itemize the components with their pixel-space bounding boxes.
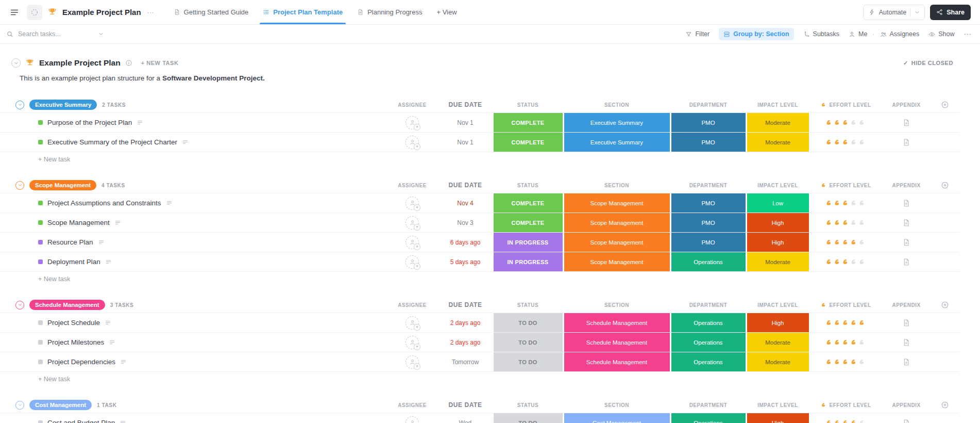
column-header-effort-level[interactable]: EFFORT LEVEL (809, 177, 882, 193)
subtasks-button[interactable]: Subtasks (803, 30, 839, 38)
task-name[interactable]: Project Dependencies (47, 358, 115, 366)
appendix-document-icon[interactable] (902, 358, 910, 366)
appendix-document-icon[interactable] (902, 338, 910, 347)
task-name[interactable]: Cost and Budget Plan (47, 419, 115, 423)
tab-getting-started-guide[interactable]: Getting Started Guide (166, 0, 256, 24)
task-name[interactable]: Resource Plan (47, 238, 93, 246)
section-chip[interactable]: Executive Summary (564, 113, 670, 132)
status-chip[interactable]: TO DO (494, 333, 563, 352)
appendix-document-icon[interactable] (902, 119, 910, 127)
due-date[interactable]: 2 days ago (438, 333, 493, 352)
project-more-button[interactable]: ··· (147, 8, 154, 16)
section-chip[interactable]: Executive Summary (564, 133, 670, 152)
task-name[interactable]: Project Milestones (47, 338, 104, 346)
add-assignee-button[interactable] (405, 216, 419, 230)
column-header-section[interactable]: SECTION (563, 397, 670, 413)
task-row[interactable]: Purpose of the Project Plan Nov 1 COMPLE… (0, 112, 959, 132)
group-collapse-chevron[interactable] (15, 401, 24, 410)
status-chip[interactable]: COMPLETE (494, 133, 563, 152)
chevron-down-icon[interactable] (914, 9, 920, 15)
section-chip[interactable]: Schedule Management (564, 313, 670, 332)
new-task-row-button[interactable]: + New task (0, 371, 959, 386)
task-name[interactable]: Purpose of the Project Plan (47, 119, 132, 126)
due-date[interactable]: Nov 3 (438, 213, 493, 232)
impact-chip[interactable]: High (747, 233, 809, 252)
task-name[interactable]: Scope Management (47, 219, 110, 226)
due-date[interactable]: Tomorrow (438, 352, 493, 371)
effort-level[interactable] (809, 313, 882, 332)
department-chip[interactable]: Operations (671, 413, 746, 423)
automate-button[interactable]: Automate (863, 5, 925, 20)
tab-planning-progress[interactable]: Planning Progress (350, 0, 429, 24)
add-assignee-button[interactable] (405, 316, 419, 330)
due-date[interactable]: Nov 1 (438, 133, 493, 152)
add-column-button[interactable] (941, 401, 949, 409)
due-date[interactable]: Nov 1 (438, 113, 493, 132)
department-chip[interactable]: PMO (671, 113, 746, 132)
due-date[interactable]: Nov 4 (438, 193, 493, 213)
task-status-square[interactable] (38, 240, 43, 245)
task-status-square[interactable] (38, 360, 43, 364)
column-header-section[interactable]: SECTION (563, 97, 670, 112)
column-header-due-date[interactable]: DUE DATE (438, 397, 493, 413)
tab-project-plan-template[interactable]: Project Plan Template (256, 0, 350, 24)
task-row[interactable]: Executive Summary of the Project Charter… (0, 132, 959, 152)
effort-level[interactable] (809, 333, 882, 352)
add-assignee-button[interactable] (405, 336, 419, 349)
me-filter-button[interactable]: Me (849, 30, 867, 38)
column-header-assignee[interactable]: ASSIGNEE (386, 97, 438, 112)
hide-closed-toggle[interactable]: ✓ HIDE CLOSED (903, 60, 953, 67)
task-row[interactable]: Project Assumptions and Constraints Nov … (0, 193, 959, 213)
effort-level[interactable] (809, 252, 882, 271)
column-header-department[interactable]: DEPARTMENT (670, 397, 746, 413)
add-column-button[interactable] (941, 101, 949, 109)
task-row[interactable]: Scope Management Nov 3 COMPLETE Scope Ma… (0, 213, 959, 232)
appendix-document-icon[interactable] (902, 258, 910, 266)
task-status-square[interactable] (38, 320, 43, 325)
new-task-row-button[interactable]: + New task (0, 271, 959, 286)
task-row[interactable]: Resource Plan 6 days ago IN PROGRESS Sco… (0, 232, 959, 252)
effort-level[interactable] (809, 193, 882, 213)
status-chip[interactable]: IN PROGRESS (494, 252, 563, 271)
impact-chip[interactable]: High (747, 213, 809, 232)
impact-chip[interactable]: High (747, 313, 809, 332)
column-header-due-date[interactable]: DUE DATE (438, 297, 493, 313)
due-date[interactable]: Wed (438, 413, 493, 423)
appendix-document-icon[interactable] (902, 219, 910, 227)
due-date[interactable]: 5 days ago (438, 252, 493, 271)
column-header-impact-level[interactable]: IMPACT LEVEL (746, 397, 809, 413)
column-header-department[interactable]: DEPARTMENT (670, 297, 746, 313)
department-chip[interactable]: Operations (671, 352, 746, 371)
share-button[interactable]: Share (930, 5, 971, 20)
appendix-document-icon[interactable] (902, 238, 910, 247)
column-header-status[interactable]: STATUS (493, 97, 563, 112)
column-header-status[interactable]: STATUS (493, 297, 563, 313)
add-assignee-button[interactable] (405, 136, 419, 149)
department-chip[interactable]: Operations (671, 252, 746, 271)
status-chip[interactable]: IN PROGRESS (494, 233, 563, 252)
new-task-row-button[interactable]: + New task (0, 152, 959, 166)
impact-chip[interactable]: Moderate (747, 252, 809, 271)
group-badge[interactable]: Schedule Management (29, 300, 105, 310)
task-status-square[interactable] (38, 420, 43, 423)
column-header-assignee[interactable]: ASSIGNEE (386, 177, 438, 193)
effort-level[interactable] (809, 133, 882, 152)
assignees-button[interactable]: Assignees (880, 30, 920, 38)
department-chip[interactable]: Operations (671, 333, 746, 352)
column-header-impact-level[interactable]: IMPACT LEVEL (746, 97, 809, 112)
status-chip[interactable]: COMPLETE (494, 213, 563, 232)
impact-chip[interactable]: High (747, 413, 809, 423)
effort-level[interactable] (809, 213, 882, 232)
chevron-down-icon[interactable] (98, 31, 104, 37)
effort-level[interactable] (809, 113, 882, 132)
task-row[interactable]: Cost and Budget Plan Wed TO DO Cost Mana… (0, 413, 959, 423)
column-header-impact-level[interactable]: IMPACT LEVEL (746, 177, 809, 193)
task-status-square[interactable] (38, 201, 43, 205)
impact-chip[interactable]: Moderate (747, 113, 809, 132)
effort-level[interactable] (809, 352, 882, 371)
group-collapse-chevron[interactable] (15, 301, 24, 310)
column-header-department[interactable]: DEPARTMENT (670, 97, 746, 112)
appendix-document-icon[interactable] (902, 138, 910, 147)
task-status-square[interactable] (38, 220, 43, 225)
filter-button[interactable]: Filter (685, 30, 709, 38)
